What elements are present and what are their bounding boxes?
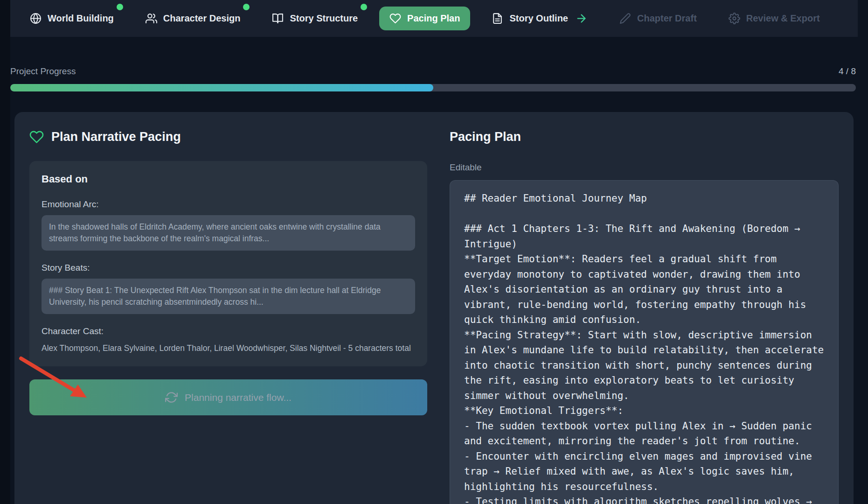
planning-flow-button[interactable]: Planning narrative flow... xyxy=(29,379,427,415)
tab-label: Character Design xyxy=(163,13,241,24)
progress-count: 4 / 8 xyxy=(839,66,856,77)
based-on-panel: Based on Emotional Arc: In the shadowed … xyxy=(29,161,427,366)
tab-label: World Building xyxy=(48,13,114,24)
character-cast-value: Alex Thompson, Elara Sylvaine, Lorden Th… xyxy=(42,342,415,354)
pacing-plan-card: Plan Narrative Pacing Based on Emotional… xyxy=(14,112,854,504)
tab-label: Pacing Plan xyxy=(407,13,460,24)
tab-label: Story Structure xyxy=(290,13,358,24)
editable-label: Editable xyxy=(450,162,839,173)
gear-icon xyxy=(729,13,740,24)
completed-dot xyxy=(243,4,250,10)
completed-dot xyxy=(361,4,367,10)
tab-chapter-draft[interactable]: Chapter Draft xyxy=(609,7,707,30)
based-on-heading: Based on xyxy=(42,173,415,185)
globe-icon xyxy=(30,13,42,24)
pacing-plan-editor[interactable]: ## Reader Emotional Journey Map ### Act … xyxy=(450,180,839,504)
tab-world-building[interactable]: World Building xyxy=(20,7,124,30)
page-title: Plan Narrative Pacing xyxy=(51,130,181,144)
book-open-icon xyxy=(272,13,284,24)
completed-dot xyxy=(117,4,123,10)
tab-label: Chapter Draft xyxy=(637,13,697,24)
pacing-input-column: Plan Narrative Pacing Based on Emotional… xyxy=(29,126,427,504)
progress-bar-fill xyxy=(10,84,433,91)
file-text-icon xyxy=(492,13,503,24)
arrow-right-icon xyxy=(575,12,588,25)
tab-story-structure[interactable]: Story Structure xyxy=(262,7,368,30)
emotional-arc-value[interactable]: In the shadowed halls of Eldritch Academ… xyxy=(42,215,415,251)
tab-label: Review & Export xyxy=(746,13,820,24)
tab-review-export[interactable]: Review & Export xyxy=(718,7,830,30)
left-section-title: Plan Narrative Pacing xyxy=(29,130,427,144)
planning-flow-button-label: Planning narrative flow... xyxy=(185,392,292,403)
emotional-arc-label: Emotional Arc: xyxy=(42,199,415,210)
pencil-icon xyxy=(619,13,631,24)
heart-icon xyxy=(29,130,44,144)
users-icon xyxy=(146,13,157,24)
spinner-icon xyxy=(165,391,178,404)
story-beats-value[interactable]: ### Story Beat 1: The Unexpected Rift Al… xyxy=(42,279,415,314)
progress-bar xyxy=(10,84,856,91)
tab-pacing-plan[interactable]: Pacing Plan xyxy=(379,7,470,30)
tab-label: Story Outline xyxy=(509,13,568,24)
story-beats-label: Story Beats: xyxy=(42,263,415,273)
tab-story-outline[interactable]: Story Outline xyxy=(481,6,598,31)
heart-icon xyxy=(389,13,401,24)
step-nav: World Building Character Design Story St… xyxy=(10,0,858,37)
tab-character-design[interactable]: Character Design xyxy=(135,7,251,30)
character-cast-label: Character Cast: xyxy=(42,326,415,336)
output-title: Pacing Plan xyxy=(450,130,839,144)
pacing-output-column: Pacing Plan Editable ## Reader Emotional… xyxy=(450,126,839,504)
progress-label: Project Progress xyxy=(10,66,76,77)
